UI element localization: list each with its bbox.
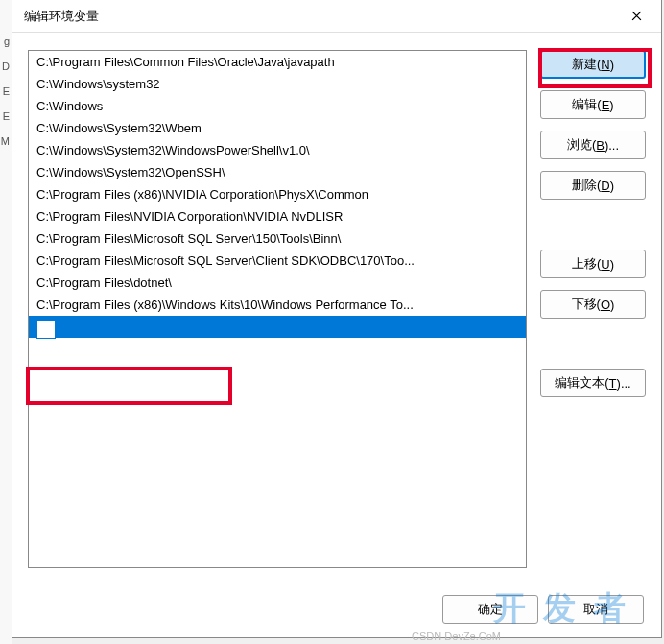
titlebar: 编辑环境变量 <box>12 0 661 33</box>
list-item[interactable]: C:\Windows\System32\Wbem <box>29 117 526 139</box>
list-wrapper: C:\Program Files\Common Files\Oracle\Jav… <box>28 50 527 576</box>
strip-char: E <box>0 79 10 104</box>
list-item[interactable]: C:\Program Files\Microsoft SQL Server\15… <box>29 227 526 250</box>
new-item-input[interactable] <box>36 320 56 338</box>
list-item[interactable]: C:\Windows <box>29 95 526 117</box>
strip-char: M <box>0 129 10 154</box>
list-item[interactable]: C:\Program Files (x86)\Windows Kits\10\W… <box>29 294 526 316</box>
footer: 确定 取消 <box>12 585 661 637</box>
side-buttons: 新建(N) 编辑(E) 浏览(B)... 删除(D) 上移(U) 下移(O) 编… <box>540 50 646 576</box>
cancel-button[interactable]: 取消 <box>548 595 644 624</box>
left-strip-background: g D E E M <box>0 0 12 644</box>
movedown-button[interactable]: 下移(O) <box>540 290 646 319</box>
list-item-selected[interactable] <box>29 316 526 338</box>
close-icon <box>631 11 642 21</box>
ok-button[interactable]: 确定 <box>442 595 538 624</box>
new-button[interactable]: 新建(N) <box>540 50 646 79</box>
spacer <box>540 211 646 238</box>
strip-char: g <box>0 29 10 54</box>
list-item[interactable]: C:\Program Files\Common Files\Oracle\Jav… <box>29 51 526 73</box>
list-item[interactable]: C:\Program Files\NVIDIA Corporation\NVID… <box>29 205 526 227</box>
edit-button[interactable]: 编辑(E) <box>540 90 646 119</box>
list-item[interactable]: C:\Program Files\dotnet\ <box>29 272 526 294</box>
edit-envvar-dialog: 编辑环境变量 C:\Program Files\Common Files\Ora… <box>12 0 662 638</box>
list-item[interactable]: C:\Windows\System32\WindowsPowerShell\v1… <box>29 139 526 161</box>
list-item[interactable]: C:\Program Files (x86)\NVIDIA Corporatio… <box>29 183 526 205</box>
path-listbox[interactable]: C:\Program Files\Common Files\Oracle\Jav… <box>28 50 527 568</box>
list-item[interactable]: C:\Windows\System32\OpenSSH\ <box>29 161 526 183</box>
list-item[interactable]: C:\Program Files\Microsoft SQL Server\Cl… <box>29 250 526 272</box>
spacer <box>540 330 646 357</box>
list-item[interactable]: C:\Windows\system32 <box>29 73 526 95</box>
strip-char: D <box>0 54 10 79</box>
edittext-button[interactable]: 编辑文本(T)... <box>540 369 646 397</box>
moveup-button[interactable]: 上移(U) <box>540 250 646 278</box>
content-area: C:\Program Files\Common Files\Oracle\Jav… <box>12 33 661 585</box>
browse-button[interactable]: 浏览(B)... <box>540 131 646 159</box>
delete-button[interactable]: 删除(D) <box>540 171 646 200</box>
strip-char: E <box>0 104 10 129</box>
dialog-title: 编辑环境变量 <box>24 8 99 25</box>
close-button[interactable] <box>621 3 652 30</box>
